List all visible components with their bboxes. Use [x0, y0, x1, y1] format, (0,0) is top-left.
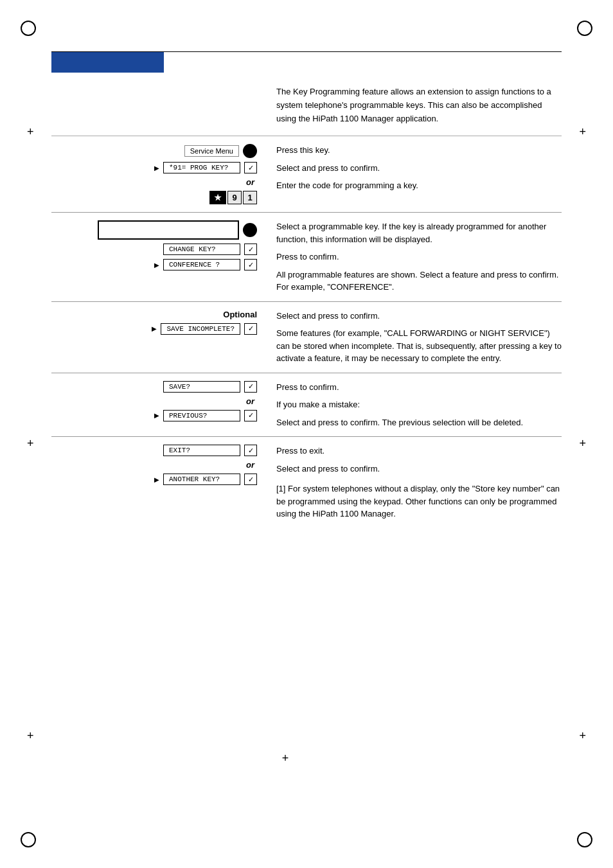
press-confirm-2: Press to confirm. — [276, 251, 562, 263]
left-panel-2: CHANGE KEY? ✓ ▶ CONFERENCE ? ✓ — [51, 220, 270, 294]
section-select-key: CHANGE KEY? ✓ ▶ CONFERENCE ? ✓ Select a … — [51, 213, 562, 302]
section-exit: EXIT? ✓ or ▶ ANOTHER KEY? ✓ Press to exi… — [51, 437, 562, 528]
previous-display: PREVIOUS? — [163, 410, 240, 421]
page: + + + + + + + The Key Programming featur… — [0, 0, 613, 868]
save-display: SAVE? — [163, 381, 240, 393]
intro-section: The Key Programming feature allows an ex… — [51, 73, 562, 136]
left-panel-4: SAVE? ✓ or ▶ PREVIOUS? ✓ — [51, 381, 270, 429]
section-service-menu: Service Menu ▶ *91= PROG KEY? ✓ or ★ 9 1 — [51, 136, 562, 213]
phone-icon-2 — [243, 223, 257, 237]
optional-label: Optional — [51, 310, 257, 319]
press-exit: Press to exit. — [276, 445, 562, 457]
section-optional: Optional ▶ SAVE INCOMPLETE? ✓ Select and… — [51, 302, 562, 373]
key-1: 1 — [243, 191, 257, 204]
cross-right-bot: + — [579, 729, 586, 743]
main-content: The Key Programming feature allows an ex… — [51, 52, 562, 528]
enter-code: Enter the code for programming a key. — [276, 179, 562, 192]
previous-desc: Select and press to confirm. The previou… — [276, 416, 562, 429]
intro-text: The Key Programming feature allows an ex… — [276, 85, 562, 125]
cross-left-mid: + — [27, 437, 34, 450]
cross-right-top: + — [579, 125, 586, 139]
or-label-3: or — [51, 460, 257, 470]
keypad-seq: ★ 9 1 — [209, 191, 257, 204]
conference-row: ▶ CONFERENCE ? ✓ — [51, 259, 257, 270]
intro-left — [51, 85, 270, 125]
prog-key-display: *91= PROG KEY? — [163, 162, 240, 173]
prog-key-row: ▶ *91= PROG KEY? ✓ — [51, 162, 257, 173]
reg-mark-bl — [21, 832, 36, 847]
some-features-text: Some features (for example, "CALL FORWAR… — [276, 327, 562, 365]
cross-left-top: + — [27, 125, 34, 139]
save-incomplete-display: SAVE INCOMPLETE? — [161, 323, 240, 335]
reg-mark-tl — [21, 21, 36, 36]
footnote: [1] For system telephones without a disp… — [276, 480, 562, 520]
right-panel-5: Press to exit. Select and press to confi… — [270, 445, 562, 520]
cross-left-bot: + — [27, 729, 34, 743]
previous-row: ▶ PREVIOUS? ✓ — [51, 410, 257, 421]
right-panel-1: Press this key. Select and press to conf… — [270, 144, 562, 204]
arrow-right-icon-3: ▶ — [152, 325, 157, 332]
section-save: SAVE? ✓ or ▶ PREVIOUS? ✓ Press to confir… — [51, 373, 562, 438]
or-label-2: or — [51, 396, 257, 406]
arrow-right-icon-5: ▶ — [154, 476, 159, 483]
select-confirm-3: Select and press to confirm. — [276, 310, 562, 323]
mistake-text: If you make a mistake: — [276, 398, 562, 411]
save-row: SAVE? ✓ — [51, 381, 257, 393]
key-9: 9 — [227, 191, 242, 204]
reg-mark-tr — [577, 21, 592, 36]
confirm-check-8: ✓ — [244, 474, 257, 485]
change-key-display: CHANGE KEY? — [163, 244, 240, 255]
right-panel-2: Select a programmable key. If the key is… — [270, 220, 562, 294]
arrow-right-icon-4: ▶ — [154, 412, 159, 419]
prog-key-large-box — [98, 220, 239, 240]
right-panel-3: Select and press to confirm. Some featur… — [270, 310, 562, 365]
another-key-display: ANOTHER KEY? — [163, 474, 240, 485]
phone-icon — [243, 144, 257, 158]
prog-key-large-row — [51, 220, 257, 240]
another-key-row: ▶ ANOTHER KEY? ✓ — [51, 474, 257, 485]
confirm-check-6: ✓ — [244, 410, 257, 421]
confirm-check-5: ✓ — [244, 381, 257, 393]
right-panel-4: Press to confirm. If you make a mistake:… — [270, 381, 562, 429]
left-panel-1: Service Menu ▶ *91= PROG KEY? ✓ or ★ 9 1 — [51, 144, 270, 204]
select-confirm-1: Select and press to confirm. — [276, 162, 562, 175]
confirm-check-1: ✓ — [244, 162, 257, 173]
exit-display: EXIT? — [163, 445, 240, 456]
conference-display: CONFERENCE ? — [163, 259, 240, 270]
confirm-check-2: ✓ — [244, 244, 257, 255]
press-confirm-4: Press to confirm. — [276, 381, 562, 394]
header-bar — [51, 52, 164, 73]
press-this-key: Press this key. — [276, 144, 562, 157]
confirm-check-4: ✓ — [244, 323, 257, 335]
exit-row: EXIT? ✓ — [51, 445, 257, 456]
left-panel-5: EXIT? ✓ or ▶ ANOTHER KEY? ✓ — [51, 445, 270, 520]
all-features-text: All programmable features are shown. Sel… — [276, 269, 562, 294]
arrow-right-icon-2: ▶ — [154, 261, 159, 269]
service-menu-box: Service Menu — [184, 145, 239, 157]
reg-mark-br — [577, 832, 592, 847]
select-prog-key-text: Select a programmable key. If the key is… — [276, 220, 562, 245]
save-incomplete-row: ▶ SAVE INCOMPLETE? ✓ — [51, 323, 257, 335]
left-panel-3: Optional ▶ SAVE INCOMPLETE? ✓ — [51, 310, 270, 365]
cross-right-mid: + — [579, 437, 586, 450]
service-menu-row: Service Menu — [51, 144, 257, 158]
arrow-right-icon-1: ▶ — [154, 164, 159, 172]
confirm-check-3: ✓ — [244, 259, 257, 270]
key-star: ★ — [209, 191, 226, 204]
confirm-check-7: ✓ — [244, 445, 257, 456]
intro-right: The Key Programming feature allows an ex… — [270, 85, 562, 125]
cross-bottom-center: + — [282, 752, 289, 765]
select-confirm-5: Select and press to confirm. — [276, 463, 562, 475]
or-label-1: or — [51, 177, 257, 187]
change-key-row: CHANGE KEY? ✓ — [51, 244, 257, 255]
